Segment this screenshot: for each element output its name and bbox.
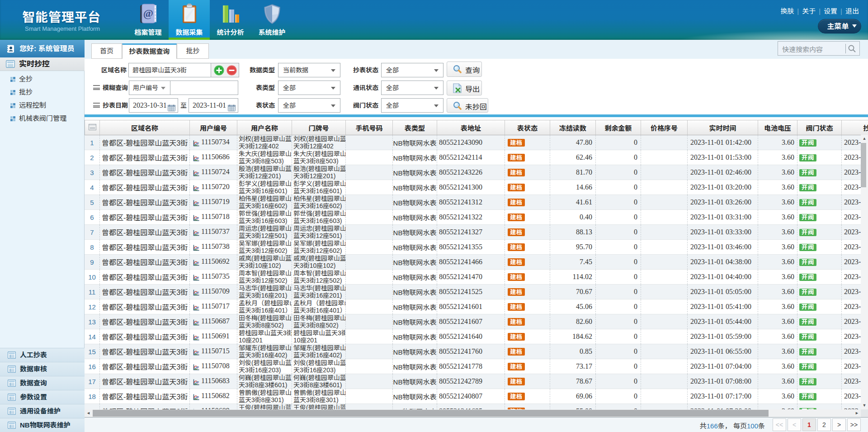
- svg-text:@: @: [143, 7, 153, 19]
